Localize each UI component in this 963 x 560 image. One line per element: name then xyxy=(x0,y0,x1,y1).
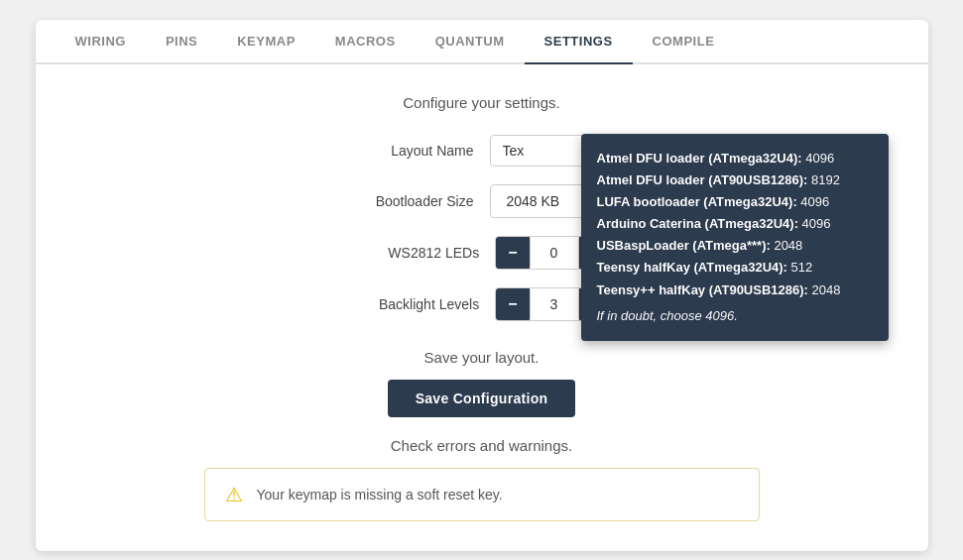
tooltip-item-3: LUFA bootloader (ATmega32U4): 4096 xyxy=(597,191,873,213)
tab-quantum[interactable]: QUANTUM xyxy=(416,20,525,64)
warnings-section: Check errors and warnings. ⚠ Your keymap… xyxy=(75,437,889,521)
warnings-title: Check errors and warnings. xyxy=(75,437,889,454)
ws2812-value: 0 xyxy=(530,238,579,268)
tooltip-item-1: Atmel DFU loader (ATmega32U4): 4096 xyxy=(597,148,873,169)
save-title: Save your layout. xyxy=(75,349,889,366)
bootloader-tooltip-panel: Atmel DFU loader (ATmega32U4): 4096 Atme… xyxy=(581,134,889,341)
tooltip-item-2: Atmel DFU loader (AT90USB1286): 8192 xyxy=(597,169,873,191)
tab-bar: WIRING PINS KEYMAP MACROS QUANTUM SETTIN… xyxy=(36,20,928,64)
ws2812-decrement-button[interactable]: − xyxy=(496,237,529,269)
warning-box: ⚠ Your keymap is missing a soft reset ke… xyxy=(204,468,760,521)
backlight-decrement-button[interactable]: − xyxy=(496,288,529,320)
content-area: Configure your settings. Layout Name ? B… xyxy=(36,64,928,551)
backlight-value: 3 xyxy=(530,289,579,319)
tooltip-item-5: USBaspLoader (ATmega***): 2048 xyxy=(597,235,873,257)
layout-name-label: Layout Name xyxy=(315,143,474,159)
main-container: WIRING PINS KEYMAP MACROS QUANTUM SETTIN… xyxy=(36,20,928,551)
save-configuration-button[interactable]: Save Configuration xyxy=(388,380,576,417)
bootloader-label: Bootloader Size xyxy=(315,193,474,209)
tooltip-item-7: Teensy++ halfKay (AT90USB1286): 2048 xyxy=(597,280,873,301)
tooltip-item-4: Arduino Caterina (ATmega32U4): 4096 xyxy=(597,213,873,235)
tab-wiring[interactable]: WIRING xyxy=(56,20,146,64)
backlight-label: Backlight Levels xyxy=(320,296,479,312)
warning-icon: ⚠ xyxy=(225,483,243,506)
tab-compile[interactable]: COMPILE xyxy=(633,20,735,64)
configure-title: Configure your settings. xyxy=(75,94,889,111)
warning-text: Your keymap is missing a soft reset key. xyxy=(257,487,503,503)
tab-macros[interactable]: MACROS xyxy=(315,20,416,64)
save-section: Save your layout. Save Configuration xyxy=(75,349,889,417)
tooltip-item-6: Teensy halfKay (ATmega32U4): 512 xyxy=(597,257,873,279)
tooltip-note: If in doubt, choose 4096. xyxy=(597,305,873,327)
ws2812-label: WS2812 LEDs xyxy=(320,245,479,261)
tab-pins[interactable]: PINS xyxy=(146,20,217,64)
tab-settings[interactable]: SETTINGS xyxy=(525,20,633,64)
tab-keymap[interactable]: KEYMAP xyxy=(217,20,315,64)
